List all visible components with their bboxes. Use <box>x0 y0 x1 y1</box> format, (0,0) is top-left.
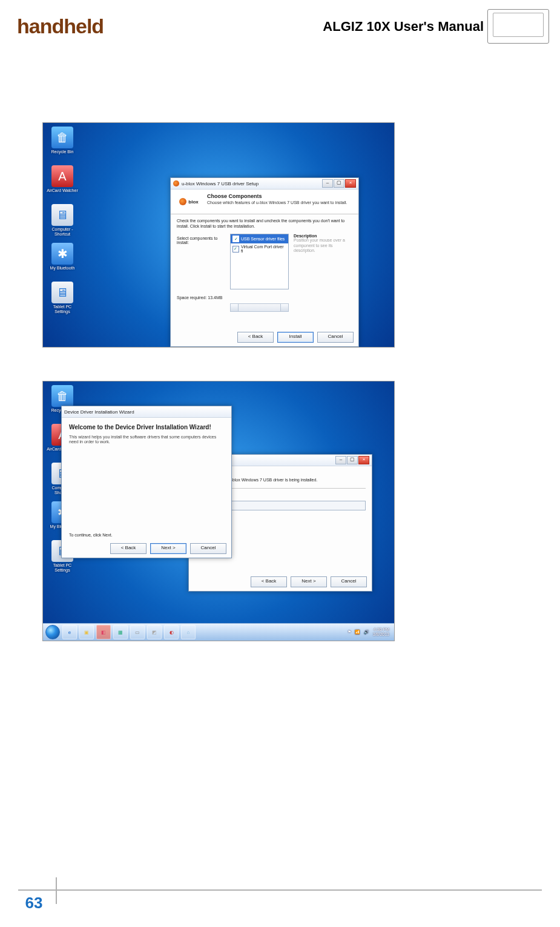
cancel-button[interactable]: Cancel <box>190 543 226 554</box>
bluetooth-icon[interactable]: ✱ <box>51 243 73 265</box>
brand-logo: handheld <box>17 15 104 38</box>
back-button[interactable]: < Back <box>237 332 274 343</box>
close-button[interactable]: × <box>358 456 369 464</box>
taskbar-app-icon[interactable]: ◩ <box>147 625 162 639</box>
checkbox-icon[interactable] <box>232 236 239 242</box>
start-orb-icon[interactable] <box>45 625 60 639</box>
back-button: < Back <box>110 543 147 554</box>
next-button: Next > <box>291 576 327 587</box>
desktop-icon: 🖥Computer - Shortcut <box>47 204 78 239</box>
aircard-icon[interactable]: A <box>51 165 73 187</box>
back-button: < Back <box>251 576 287 587</box>
tray-clock[interactable]: 4:30 PM 3/8/2013 <box>373 627 389 636</box>
cancel-button[interactable]: Cancel <box>317 332 354 343</box>
ublox-icon <box>173 180 179 186</box>
desktop-icon-label: Tablet PC Settings <box>47 305 78 314</box>
cancel-button[interactable]: Cancel <box>331 576 367 587</box>
divider <box>171 214 358 214</box>
close-button[interactable]: × <box>345 179 356 188</box>
window-controls: – ▢ × <box>322 179 356 188</box>
taskbar-app-icon[interactable]: ◧ <box>96 625 111 639</box>
taskbar-app-icon[interactable]: ▦ <box>113 625 128 639</box>
wizard-continue-hint: To continue, click Next. <box>69 533 113 537</box>
tablet-settings-icon[interactable]: 🖥 <box>51 282 73 303</box>
desktop-icon-label: Computer - Shortcut <box>47 227 78 236</box>
dialog-buttons: < Back Next > Cancel <box>251 576 367 587</box>
dialog-body: Check the components you want to install… <box>171 218 358 312</box>
taskbar-app-icon[interactable]: ◐ <box>164 625 179 639</box>
computer-icon[interactable]: 🖥 <box>51 204 73 226</box>
desktop-icons: 🗑Recycle Bin AAirCard Watcher 🖥Computer … <box>47 127 83 320</box>
wizard-sub: This wizard helps you install the softwa… <box>69 435 224 445</box>
dialog-instruction: Check the components you want to install… <box>177 218 352 229</box>
checkbox-icon[interactable] <box>232 246 239 252</box>
next-button[interactable]: Next > <box>150 543 186 554</box>
ublox-logo-text: blox <box>188 199 198 205</box>
minimize-button[interactable]: – <box>335 456 346 464</box>
taskbar-app-icon[interactable]: ⌂ <box>181 625 196 639</box>
window-controls: – ▢ × <box>335 456 369 464</box>
screenshot-1: 🗑Recycle Bin AAirCard Watcher 🖥Computer … <box>42 122 395 348</box>
minimize-button[interactable]: – <box>322 179 333 188</box>
maximize-button[interactable]: ▢ <box>347 456 358 464</box>
ublox-setup-dialog: u-blox Windows 7 USB driver Setup – ▢ × … <box>170 177 359 347</box>
desktop-icon-label: Recycle Bin <box>47 150 78 154</box>
description-title: Description <box>294 234 345 238</box>
device-illustration-icon <box>487 9 549 44</box>
ublox-circle-icon <box>179 198 186 205</box>
component-item[interactable]: Virtual Com Port driver fi <box>231 243 288 254</box>
manual-title: ALGIZ 10X User's Manual <box>323 19 484 35</box>
footer-rule <box>18 889 542 891</box>
wizard-body: Welcome to the Device Driver Installatio… <box>62 418 231 450</box>
taskbar-app-icon[interactable]: ▭ <box>130 625 145 639</box>
description-box: Description Position your mouse over a c… <box>294 234 345 253</box>
desktop-icon-label: My Bluetooth <box>47 266 78 271</box>
description-text: Position your mouse over a component to … <box>294 238 345 253</box>
taskbar-explorer-icon[interactable]: ▣ <box>79 625 94 639</box>
dialog-heading: Choose Components <box>207 193 354 199</box>
page-footer: 63 <box>18 894 50 912</box>
desktop-icon: AAirCard Watcher <box>47 165 78 200</box>
dialog-buttons: < Back Install Cancel <box>237 332 354 343</box>
tray-network-icon[interactable]: 📶 <box>355 630 360 635</box>
system-tray[interactable]: ⚑ 📶 🔊 4:30 PM 3/8/2013 <box>348 627 392 636</box>
dialog-titlebar[interactable]: u-blox Windows 7 USB driver Setup – ▢ × <box>171 178 358 190</box>
tray-time: 4:30 PM <box>373 627 389 632</box>
driver-wizard-dialog: Device Driver Installation Wizard Welcom… <box>61 406 232 558</box>
horizontal-scrollbar[interactable] <box>230 303 289 312</box>
install-button[interactable]: Install <box>277 332 314 343</box>
desktop-icon-label: AirCard Watcher <box>47 188 78 193</box>
screenshot-2: 🗑Recycle Bin AAirCard Watcher 🖥Computer … <box>42 381 395 641</box>
component-label: USB Sensor driver files <box>241 237 285 241</box>
tray-flag-icon[interactable]: ⚑ <box>348 630 351 635</box>
page-number: 63 <box>18 894 50 912</box>
dialog-buttons: < Back Next > Cancel <box>110 543 226 554</box>
maximize-button[interactable]: ▢ <box>334 179 344 188</box>
taskbar-ie-icon[interactable]: e <box>62 625 77 639</box>
dialog-title-text: Device Driver Installation Wizard <box>64 409 134 415</box>
ublox-logo: blox <box>176 193 202 210</box>
desktop-icon-label: Tablet PC Settings <box>47 563 78 572</box>
wizard-heading: Welcome to the Device Driver Installatio… <box>69 424 224 431</box>
component-item[interactable]: USB Sensor driver files <box>231 234 288 243</box>
components-row: Select components to install: USB Sensor… <box>177 234 352 289</box>
content-area: 🗑Recycle Bin AAirCard Watcher 🖥Computer … <box>0 50 560 641</box>
tray-volume-icon[interactable]: 🔊 <box>364 630 369 635</box>
components-list[interactable]: USB Sensor driver files Virtual Com Port… <box>230 234 289 289</box>
desktop-icon: 🗑Recycle Bin <box>47 127 78 162</box>
dialog-header: blox Choose Components Choose which feat… <box>171 190 358 213</box>
header-right: ALGIZ 10X User's Manual <box>323 9 549 44</box>
dialog-subheading: Choose which features of u-blox Windows … <box>207 200 354 205</box>
space-required: Space required: 13.4MB <box>177 295 352 300</box>
desktop-icon: 🖥Tablet PC Settings <box>47 282 78 317</box>
recycle-bin-icon[interactable]: 🗑 <box>51 127 73 148</box>
recycle-bin-icon[interactable]: 🗑 <box>51 385 73 407</box>
dialog-title-text: u-blox Windows 7 USB driver Setup <box>182 181 259 186</box>
select-label: Select components to install: <box>177 234 225 245</box>
taskbar[interactable]: e ▣ ◧ ▦ ▭ ◩ ◐ ⌂ ⚑ 📶 🔊 4:30 PM 3/8/2013 <box>43 623 394 641</box>
desktop-icon: ✱My Bluetooth <box>47 243 78 278</box>
component-label: Virtual Com Port driver fi <box>241 245 286 253</box>
page-header: handheld ALGIZ 10X User's Manual <box>0 0 560 50</box>
tray-date: 3/8/2013 <box>373 632 389 637</box>
dialog-titlebar[interactable]: Device Driver Installation Wizard <box>62 406 231 418</box>
